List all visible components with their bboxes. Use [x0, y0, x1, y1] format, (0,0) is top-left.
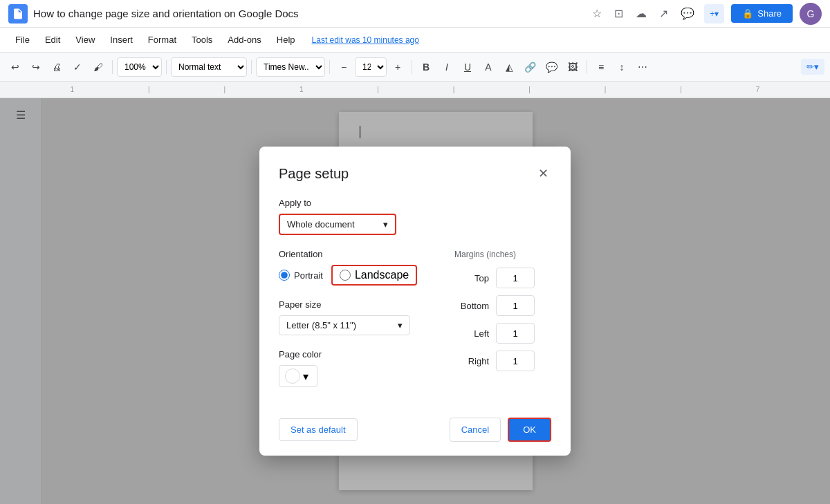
- cancel-button[interactable]: Cancel: [450, 418, 501, 442]
- close-icon[interactable]: ✕: [535, 163, 551, 184]
- trending-icon[interactable]: ↗: [656, 4, 671, 23]
- menu-format[interactable]: Format: [141, 32, 183, 48]
- orientation-options: Portrait Landscape: [279, 265, 427, 286]
- left-column: Orientation Portrait Landscape: [279, 249, 427, 401]
- right-column: Margins (inches) Top Bottom Left: [454, 249, 551, 401]
- zoom-select[interactable]: 100%: [117, 57, 162, 77]
- underline-button[interactable]: U: [458, 57, 477, 77]
- paint-format-button[interactable]: 🖌: [89, 57, 108, 77]
- divider2: [166, 60, 167, 74]
- doc-title: How to change page size and orientation …: [33, 8, 584, 19]
- page-color-section: Page color ▾: [279, 349, 427, 387]
- title-bar: How to change page size and orientation …: [0, 0, 830, 28]
- paper-size-dropdown[interactable]: Letter (8.5" x 11") ▾: [279, 315, 410, 335]
- bottom-margin-row: Bottom: [454, 295, 551, 316]
- footer-right: Cancel OK: [450, 418, 551, 442]
- undo-button[interactable]: ↩: [6, 57, 25, 77]
- top-input[interactable]: [496, 268, 535, 288]
- menu-view[interactable]: View: [68, 32, 102, 48]
- share-button[interactable]: 🔒 Share: [731, 4, 793, 23]
- increase-font-button[interactable]: +: [388, 57, 407, 77]
- set-default-button[interactable]: Set as default: [279, 418, 358, 441]
- highlight-button[interactable]: ◭: [499, 57, 519, 77]
- margins-section: Margins (inches) Top Bottom Left: [454, 249, 551, 371]
- left-margin-row: Left: [454, 323, 551, 344]
- bottom-input[interactable]: [496, 295, 535, 316]
- style-select[interactable]: Normal text: [171, 57, 247, 77]
- menu-insert[interactable]: Insert: [103, 32, 140, 48]
- text-color-button[interactable]: A: [479, 57, 498, 77]
- landscape-radio[interactable]: [340, 270, 351, 281]
- margins-unit: (inches): [486, 250, 516, 259]
- bottom-label: Bottom: [454, 301, 489, 311]
- divider1: [112, 60, 113, 74]
- ok-button[interactable]: OK: [508, 418, 551, 442]
- two-column-layout: Orientation Portrait Landscape: [279, 249, 551, 401]
- color-picker-button[interactable]: ▾: [279, 365, 317, 387]
- dropdown-arrow-icon: ▾: [383, 219, 388, 230]
- menu-addons[interactable]: Add-ons: [221, 32, 268, 48]
- top-margin-row: Top: [454, 268, 551, 288]
- right-margin-row: Right: [454, 351, 551, 371]
- portrait-radio[interactable]: [279, 270, 290, 281]
- menu-bar: File Edit View Insert Format Tools Add-o…: [0, 28, 830, 53]
- apply-to-dropdown[interactable]: Whole document ▾: [279, 214, 396, 235]
- redo-button[interactable]: ↪: [26, 57, 46, 77]
- title-icons: ☆ ⊡ ☁ ↗ 💬 +▾ 🔒 Share G: [589, 3, 822, 25]
- cloud-icon[interactable]: ☁: [633, 4, 649, 23]
- left-label: Left: [454, 328, 489, 339]
- app-icon[interactable]: [8, 4, 28, 24]
- menu-edit[interactable]: Edit: [38, 32, 67, 48]
- pencil-button[interactable]: ✏▾: [801, 59, 824, 75]
- ruler: 1||1|||||7: [0, 82, 830, 98]
- font-size-select[interactable]: 12: [355, 57, 387, 77]
- image-button[interactable]: 🖼: [563, 57, 582, 77]
- toolbar: ↩ ↪ 🖨 ✓ 🖌 100% Normal text Times New... …: [0, 53, 830, 82]
- top-label: Top: [454, 273, 489, 283]
- page-setup-dialog: Page setup ✕ Apply to Whole document ▾ O…: [259, 147, 571, 456]
- folder-icon[interactable]: ⊡: [611, 4, 626, 23]
- apply-to-label: Apply to: [279, 198, 551, 208]
- right-input[interactable]: [496, 351, 535, 371]
- orientation-label: Orientation: [279, 249, 427, 259]
- avatar[interactable]: G: [800, 3, 822, 25]
- orientation-section: Orientation Portrait Landscape: [279, 249, 427, 286]
- landscape-label: Landscape: [355, 269, 409, 281]
- modal-overlay: Page setup ✕ Apply to Whole document ▾ O…: [0, 98, 830, 504]
- print-button[interactable]: 🖨: [47, 57, 66, 77]
- align-button[interactable]: ≡: [591, 57, 611, 77]
- divider6: [587, 60, 587, 74]
- right-label: Right: [454, 356, 489, 366]
- link-button[interactable]: 🔗: [520, 57, 540, 77]
- margins-label: Margins: [454, 250, 484, 259]
- star-icon[interactable]: ☆: [589, 4, 605, 23]
- color-circle: [285, 368, 300, 384]
- last-edit[interactable]: Last edit was 10 minutes ago: [312, 35, 419, 45]
- menu-help[interactable]: Help: [270, 32, 302, 48]
- line-spacing-button[interactable]: ↕: [612, 57, 631, 77]
- more-button[interactable]: ⋯: [633, 57, 652, 77]
- lock-icon: 🔒: [742, 8, 753, 19]
- bold-button[interactable]: B: [416, 57, 436, 77]
- font-select[interactable]: Times New...: [256, 57, 325, 77]
- dialog-title: Page setup: [279, 166, 349, 182]
- page-color-label: Page color: [279, 349, 427, 360]
- menu-file[interactable]: File: [8, 32, 37, 48]
- paper-dropdown-arrow: ▾: [398, 320, 403, 330]
- divider4: [329, 60, 330, 74]
- italic-button[interactable]: I: [437, 57, 456, 77]
- left-input[interactable]: [496, 323, 535, 344]
- paper-size-value: Letter (8.5" x 11"): [286, 320, 356, 330]
- landscape-option[interactable]: Landscape: [331, 265, 417, 286]
- add-comment-btn[interactable]: +▾: [704, 4, 724, 24]
- decrease-font-button[interactable]: −: [334, 57, 353, 77]
- menu-tools[interactable]: Tools: [185, 32, 219, 48]
- paper-size-section: Paper size Letter (8.5" x 11") ▾: [279, 299, 427, 335]
- spell-check-button[interactable]: ✓: [68, 57, 87, 77]
- comment-icon[interactable]: 💬: [678, 4, 697, 23]
- margins-title: Margins (inches): [454, 249, 551, 259]
- main-content: ☰ Page setup ✕ Apply to Whole document ▾: [0, 98, 830, 504]
- portrait-label: Portrait: [294, 270, 323, 281]
- comment-add-button[interactable]: 💬: [542, 57, 562, 77]
- portrait-option[interactable]: Portrait: [279, 270, 323, 281]
